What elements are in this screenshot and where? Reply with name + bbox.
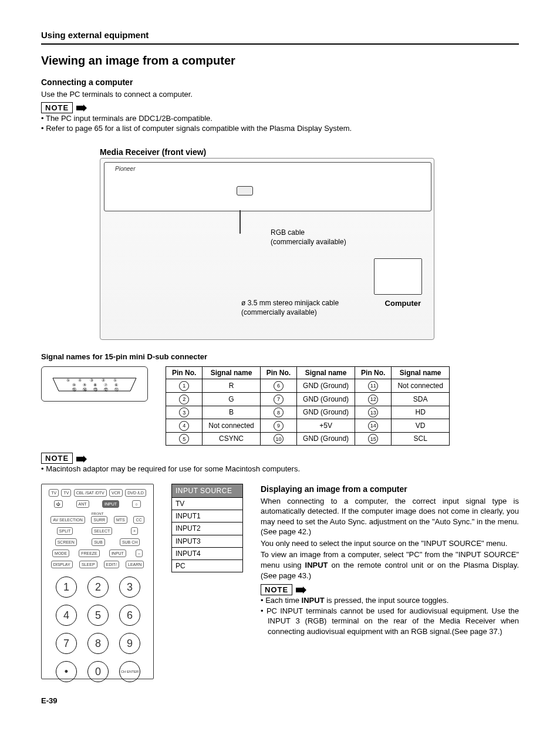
pin-no: 4	[166, 419, 203, 433]
table-row: 4Not connected9+5V14VD	[166, 419, 450, 433]
remote-numpad-button: •	[56, 661, 77, 682]
remote-numpad-button: 4	[56, 605, 77, 626]
svg-text:⑬: ⑬	[93, 387, 97, 392]
pin-no: 10	[260, 432, 296, 446]
vga-port-icon	[237, 186, 253, 195]
cable-line	[239, 210, 241, 234]
pin-no: 11	[355, 379, 392, 393]
remote-numpad-button: 6	[119, 605, 140, 626]
remote-button: ANT	[76, 500, 89, 508]
svg-text:⑨: ⑨	[83, 383, 86, 387]
signal-name: SCL	[392, 432, 449, 446]
remote-button: SPLIT	[57, 527, 73, 535]
pin-header: Signal name	[392, 367, 449, 379]
remote-button: FREEZE	[79, 550, 100, 557]
remote-button: ⏻	[54, 500, 63, 508]
remote-numpad-button: 5	[87, 605, 109, 626]
remote-numpad-button: 7	[56, 633, 77, 654]
signal-name: GND (Ground)	[297, 432, 355, 446]
signal-name: GND (Ground)	[297, 406, 355, 419]
remote-button: MTS	[114, 516, 127, 524]
signal-name: GND (Ground)	[297, 392, 355, 406]
svg-marker-17	[76, 456, 87, 463]
note-label: NOTE	[261, 584, 292, 595]
remote-button: DVD /LD	[125, 489, 146, 497]
signal-name: Not connected	[392, 379, 449, 393]
remote-button: INPUT	[102, 500, 119, 508]
signal-name: G	[203, 392, 260, 406]
media-heading: Media Receiver (front view)	[100, 147, 519, 158]
signal-name: +5V	[297, 419, 355, 433]
diagram: Pioneer RGB cable (commercially availabl…	[100, 158, 434, 340]
note-item: Macintosh adaptor may be required for us…	[41, 464, 519, 474]
signal-name: GND (Ground)	[297, 379, 355, 393]
pin-no: 13	[355, 406, 392, 419]
svg-text:②: ②	[102, 378, 105, 382]
note-item: The PC input terminals are DDC1/2B-compa…	[41, 113, 519, 124]
pin-no: 1	[166, 379, 203, 393]
pin-no: 5	[166, 432, 203, 446]
remote-numpad-button: CH ENTER	[119, 661, 140, 682]
pin-no: 9	[260, 419, 296, 433]
svg-text:⑫: ⑫	[104, 387, 108, 392]
remote-numpad-button: 8	[87, 633, 109, 654]
remote-button: +	[131, 527, 138, 535]
table-row: 2G7GND (Ground)12SDA	[166, 392, 450, 406]
displaying-p1: When connecting to a computer, the corre…	[261, 496, 519, 537]
pin-no: 2	[166, 392, 203, 406]
note-item: Refer to page 65 for a list of computer …	[41, 123, 519, 134]
remote-control: TVTVCBL /SAT /DTVVCRDVD /LD⏻ANTINPUT☼FRO…	[41, 484, 154, 679]
input-source-item: INPUT1	[172, 510, 242, 522]
pin-header: Pin No.	[260, 367, 296, 379]
minijack-label: ø 3.5 mm stereo minijack cable	[241, 299, 339, 307]
input-source-item: TV	[172, 497, 242, 510]
page-title: Viewing an image from a computer	[41, 53, 519, 69]
computer-label: Computer	[385, 298, 421, 309]
svg-text:⑦: ⑦	[104, 383, 107, 387]
svg-text:⑤: ⑤	[66, 378, 70, 382]
rgb-cable-label: RGB cable	[271, 228, 305, 237]
input-source-header: INPUT SOURCE	[172, 484, 242, 497]
pin-no: 8	[260, 406, 296, 419]
remote-button: SUB	[92, 538, 104, 546]
note-item: Each time INPUT is pressed, the input so…	[261, 595, 519, 606]
signal-name: HD	[392, 406, 449, 419]
note-label: NOTE	[41, 453, 73, 464]
pin-header: Pin No.	[355, 367, 392, 379]
input-source-item: PC	[172, 559, 242, 572]
remote-button: AV SELECTION	[50, 516, 85, 524]
pin-no: 6	[260, 379, 296, 393]
remote-numpad-button: 2	[87, 577, 109, 598]
pin-no: 14	[355, 419, 392, 433]
remote-button: EDIT/	[104, 561, 119, 568]
remote-button: SURR	[91, 516, 107, 524]
svg-text:⑮: ⑮	[72, 387, 76, 392]
remote-button: SUB CH	[120, 538, 140, 546]
table-row: 5CSYNC10GND (Ground)15SCL	[166, 432, 450, 446]
signal-name: B	[203, 406, 260, 419]
signal-name: SDA	[392, 392, 449, 406]
page-number: E-39	[41, 696, 519, 706]
input-source-item: INPUT3	[172, 535, 242, 547]
svg-text:①: ①	[113, 378, 117, 382]
svg-text:⑪: ⑪	[114, 387, 119, 392]
input-source-item: INPUT4	[172, 547, 242, 559]
remote-numpad-button: 1	[56, 577, 77, 598]
note-item: PC INPUT terminals cannot be used for au…	[261, 606, 519, 637]
remote-button: SCREEN	[55, 538, 77, 546]
note-list: Each time INPUT is pressed, the input so…	[261, 595, 519, 636]
table-row: 1R6GND (Ground)11Not connected	[166, 379, 450, 393]
remote-button: SLEEP	[79, 561, 97, 568]
signal-name: Not connected	[203, 419, 260, 433]
pin-header: Pin No.	[166, 367, 203, 379]
svg-text:⑭: ⑭	[83, 387, 87, 392]
displaying-heading: Displaying an image from a computer	[261, 484, 519, 495]
displaying-p3: To view an image from a computer, select…	[261, 550, 519, 581]
svg-marker-0	[76, 104, 87, 112]
pin-header: Signal name	[297, 367, 355, 379]
table-row: 3B8GND (Ground)13HD	[166, 406, 450, 419]
pin-no: 7	[260, 392, 296, 406]
note-list: The PC input terminals are DDC1/2B-compa…	[41, 113, 519, 134]
svg-text:⑧: ⑧	[93, 383, 97, 387]
signal-name: VD	[392, 419, 449, 433]
